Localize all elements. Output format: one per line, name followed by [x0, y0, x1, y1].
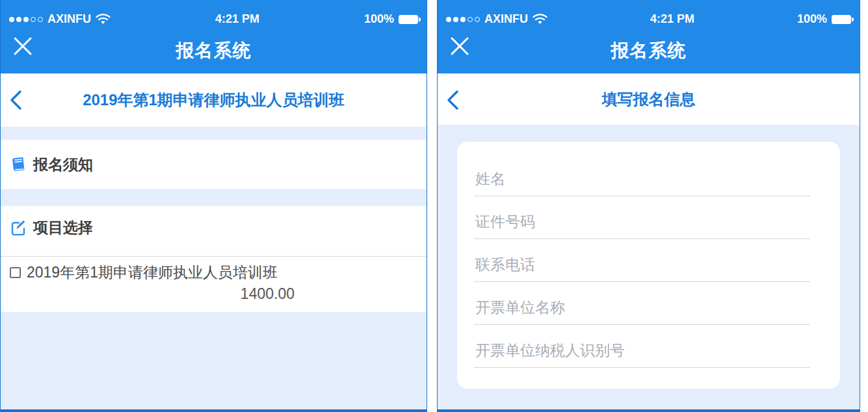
carrier-label: AXINFU	[47, 12, 91, 26]
status-right: 100%	[364, 12, 418, 26]
right-phone-screen: AXINFU 4:21 PM 100%	[437, 0, 860, 412]
signal-strength-icon	[9, 17, 43, 22]
section-spacer	[1, 127, 427, 140]
carrier-label: AXINFU	[484, 12, 528, 26]
phone-field[interactable]	[474, 256, 810, 282]
status-right: 100%	[797, 12, 851, 26]
form-field	[474, 153, 810, 196]
course-checkbox[interactable]	[10, 267, 21, 278]
page-title: 填写报名信息	[602, 89, 696, 110]
battery-percent-label: 100%	[364, 12, 394, 26]
invoice-company-name-field[interactable]	[474, 299, 810, 325]
wifi-icon	[533, 14, 547, 25]
edit-icon	[10, 220, 27, 237]
status-left: AXINFU	[446, 12, 547, 26]
battery-icon	[832, 15, 851, 24]
app-header: AXINFU 4:21 PM 100%	[438, 0, 860, 73]
book-icon	[10, 156, 27, 173]
wifi-icon	[96, 14, 111, 25]
form-field	[474, 239, 810, 282]
page-title-bar: 填写报名信息	[438, 73, 860, 125]
chevron-left-icon[interactable]	[444, 89, 461, 111]
clock-label: 4:21 PM	[215, 12, 259, 26]
nav-bar: 报名系统	[438, 27, 860, 73]
project-section-label: 项目选择	[33, 218, 93, 238]
page-title: 2019年第1期申请律师执业人员培训班	[83, 90, 345, 110]
empty-area	[1, 312, 427, 409]
chevron-left-icon[interactable]	[7, 89, 24, 111]
status-bar: AXINFU 4:21 PM 100%	[1, 0, 427, 27]
nav-title: 报名系统	[611, 38, 687, 63]
screenshot-pair: AXINFU 4:21 PM 100%	[0, 0, 868, 412]
form-background	[438, 125, 860, 409]
form-field	[474, 196, 810, 239]
clock-label: 4:21 PM	[650, 12, 694, 26]
course-option-row[interactable]: 2019年第1期申请律师执业人员培训班	[1, 257, 427, 283]
course-price: 1400.00	[1, 283, 295, 312]
app-header: AXINFU 4:21 PM 100%	[1, 0, 427, 73]
project-section-header: 项目选择	[1, 218, 427, 238]
notice-section[interactable]: 报名须知	[1, 140, 427, 189]
nav-title: 报名系统	[176, 38, 252, 63]
page-title-bar: 2019年第1期申请律师执业人员培训班	[1, 73, 427, 127]
id-number-field[interactable]	[474, 213, 810, 239]
course-label: 2019年第1期申请律师执业人员培训班	[27, 263, 278, 283]
battery-percent-label: 100%	[797, 12, 827, 26]
notice-section-label: 报名须知	[33, 155, 93, 175]
registration-form-card	[457, 142, 840, 389]
close-icon[interactable]	[10, 34, 35, 58]
close-icon[interactable]	[447, 34, 472, 58]
project-section: 项目选择 2019年第1期申请律师执业人员培训班 1400.00	[1, 206, 427, 312]
left-phone-screen: AXINFU 4:21 PM 100%	[0, 0, 427, 412]
status-left: AXINFU	[9, 12, 111, 26]
section-spacer	[1, 189, 427, 206]
form-field	[474, 325, 810, 368]
invoice-taxpayer-id-field[interactable]	[474, 342, 810, 368]
signal-strength-icon	[446, 17, 480, 22]
form-field	[474, 282, 810, 325]
nav-bar: 报名系统	[1, 27, 427, 73]
name-field[interactable]	[474, 170, 810, 196]
battery-icon	[399, 15, 418, 24]
status-bar: AXINFU 4:21 PM 100%	[438, 0, 860, 27]
